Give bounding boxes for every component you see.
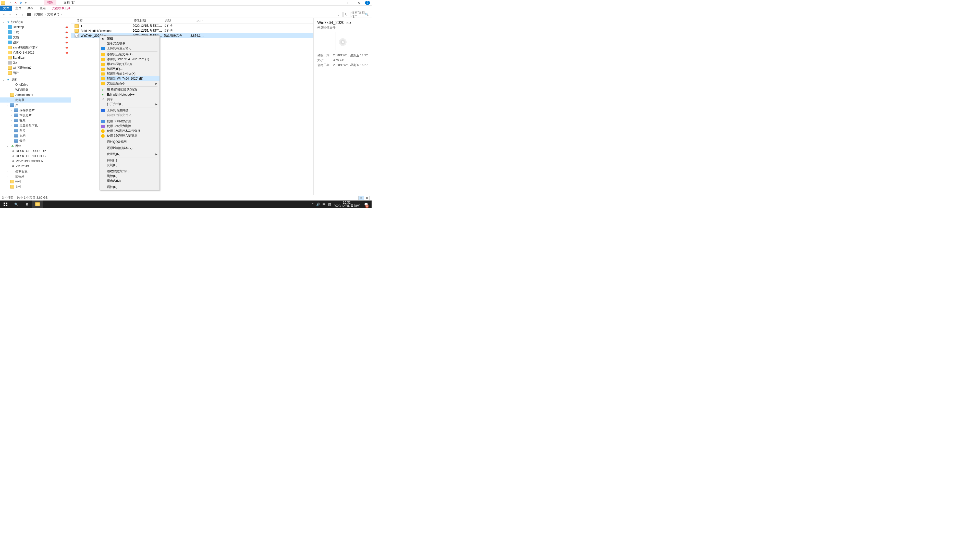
forward-button[interactable]: → [8, 12, 13, 17]
tree-item[interactable]: ›回收站 [0, 174, 71, 179]
tree-item[interactable]: 图片📌 [0, 40, 71, 45]
refresh-button[interactable]: ↻ [344, 12, 349, 17]
context-menu-item[interactable]: 使用 360解除占用 [100, 119, 159, 124]
qat-button[interactable]: ▪ [8, 1, 13, 5]
tree-item[interactable]: 🖥DESKTOP-LSSOEDP [0, 148, 71, 154]
up-button[interactable]: ↑ [20, 12, 25, 17]
action-center[interactable]: 💬3 [363, 200, 369, 208]
view-details-button[interactable]: ≡ [358, 196, 364, 200]
context-menu-item[interactable]: 其他压缩命令▶ [100, 81, 159, 86]
col-size[interactable]: 大小 [189, 18, 205, 23]
context-menu-item[interactable]: 通过QQ发送到 [100, 140, 159, 144]
tree-network[interactable]: ⌄🖧 网络 [0, 143, 71, 148]
tree-item[interactable]: win7重装win7 [0, 65, 71, 70]
ribbon-tab-share[interactable]: 共享 [24, 6, 37, 11]
context-menu-item[interactable]: 刻录光盘映像 [100, 41, 159, 46]
clock[interactable]: 16:32 2020/12/25, 星期五 [334, 201, 360, 208]
ribbon-tab-file[interactable]: 文件 [0, 6, 12, 11]
tree-item[interactable]: ›此电脑 [0, 97, 71, 103]
nav-tree[interactable]: ⌄★ 快速访问 Desktop📌下载📌文档📌图片📌excel表格制作求和📌YUN… [0, 18, 71, 195]
context-menu-item[interactable]: 重命名(M) [100, 179, 159, 183]
system-tray[interactable]: ˄ 🔊 中 ▤ 16:32 2020/12/25, 星期五 💬3 [310, 200, 372, 208]
context-menu-item[interactable]: 添加到 "Win7x64_2020.zip" (T) [100, 57, 159, 62]
col-type[interactable]: 类型 [163, 18, 189, 23]
qat-button[interactable]: ↻ [19, 1, 23, 5]
ribbon-tab-view[interactable]: 查看 [37, 6, 49, 11]
col-name[interactable]: 名称 [75, 18, 132, 23]
tree-item[interactable]: 文档📌 [0, 35, 71, 40]
recent-dropdown[interactable]: ▾ [14, 12, 19, 17]
context-menu-item[interactable]: 上传到百度网盘 [100, 108, 159, 113]
minimize-button[interactable]: — [333, 0, 344, 6]
help-button[interactable]: ? [365, 1, 370, 5]
ribbon-tab-home[interactable]: 主页 [12, 6, 24, 11]
tree-item[interactable]: 🖥ZMT2019 [0, 164, 71, 169]
context-menu-item[interactable]: 发送到(N)▶ [100, 152, 159, 157]
column-headers[interactable]: 名称 修改日期 类型 大小 [71, 18, 313, 24]
tree-item[interactable]: 🖥DESKTOP-NJEU3CG [0, 154, 71, 159]
tree-item[interactable]: 🖥PC-20190530OBLA [0, 159, 71, 164]
tree-quick-access[interactable]: ⌄★ 快速访问 [0, 19, 71, 24]
tree-item[interactable]: ›库 [0, 103, 71, 108]
tree-item[interactable]: 下载📌 [0, 30, 71, 35]
tree-item[interactable]: ›保存的图片 [0, 108, 71, 113]
qat-button[interactable]: ✕ [14, 1, 18, 5]
tree-item[interactable]: Desktop📌 [0, 24, 71, 30]
search-button[interactable]: 🔍 [11, 200, 21, 208]
file-row[interactable]: BaiduNetdiskDownload2020/12/25, 星期五 1...… [71, 28, 313, 33]
ribbon-tab-isotools[interactable]: 光盘映像工具 [49, 6, 73, 11]
context-menu-item[interactable]: 打开方式(H)▶ [100, 102, 159, 106]
tree-item[interactable]: Bandicam [0, 55, 71, 60]
tree-item[interactable]: YUNQISHI2019📌 [0, 50, 71, 55]
context-menu-item[interactable]: 使用 360强力删除 [100, 124, 159, 129]
context-menu-item[interactable]: 上传到有道云笔记 [100, 46, 159, 51]
crumb-dropdown[interactable]: ⌄ [336, 13, 341, 16]
start-button[interactable] [0, 200, 11, 208]
tree-item[interactable]: ›图片 [0, 128, 71, 133]
view-icons-button[interactable]: ▦ [364, 196, 369, 200]
context-menu-item[interactable]: 使用 360进行木马云查杀 [100, 129, 159, 133]
col-date[interactable]: 修改日期 [132, 18, 163, 23]
tree-desktop[interactable]: ⌄■ 桌面 [0, 77, 71, 82]
back-button[interactable]: ← [2, 12, 6, 17]
tray-icon[interactable]: ▤ [328, 203, 331, 206]
tree-item[interactable]: 图片 [0, 70, 71, 76]
context-menu-item[interactable]: 用360压缩打开(Q) [100, 62, 159, 67]
context-menu-item[interactable]: 添加到压缩文件(A)... [100, 52, 159, 57]
context-menu-item[interactable]: 创建快捷方式(S) [100, 169, 159, 174]
crumb[interactable]: 文档 (E:) [46, 12, 60, 17]
taskbar-explorer[interactable] [32, 200, 43, 208]
tray-overflow-icon[interactable]: ˄ [312, 203, 313, 206]
ime-indicator[interactable]: 中 [323, 202, 326, 206]
tree-item[interactable]: ›天翼云盘下载 [0, 123, 71, 128]
tree-item[interactable]: ›音乐 [0, 138, 71, 143]
context-menu-item[interactable]: ●Edit with Notepad++ [100, 92, 159, 97]
search-input[interactable]: 搜索"文档 (E:)" 🔍 [350, 12, 370, 17]
context-menu-item[interactable]: 解压到 Win7x64_2020\ (E) [100, 76, 159, 81]
volume-icon[interactable]: 🔊 [316, 203, 320, 206]
context-menu-item[interactable]: ●用 蜂蜜浏览器 浏览(3) [100, 87, 159, 92]
tree-item[interactable]: ›Administrator [0, 92, 71, 97]
context-menu-item[interactable]: 复制(C) [100, 163, 159, 168]
tree-item[interactable]: ›软件 [0, 179, 71, 184]
tree-item[interactable]: ›文件 [0, 184, 71, 189]
context-menu-item[interactable]: ◉装载 [100, 36, 159, 41]
context-menu-item[interactable]: 剪切(T) [100, 158, 159, 163]
tree-item[interactable]: excel表格制作求和📌 [0, 45, 71, 50]
context-menu-item[interactable]: 还原以前的版本(V) [100, 146, 159, 151]
close-button[interactable]: ✕ [354, 0, 364, 6]
tree-item[interactable]: ›本机照片 [0, 113, 71, 118]
file-row[interactable]: 12020/12/15, 星期二 1...文件夹 [71, 24, 313, 28]
taskview-button[interactable]: ⊞ [21, 200, 32, 208]
tree-item[interactable]: ›控制面板 [0, 169, 71, 174]
tree-item[interactable]: G:\ [0, 60, 71, 65]
context-menu-item[interactable]: 删除(D) [100, 174, 159, 179]
context-menu-item[interactable]: 属性(R) [100, 185, 159, 189]
maximize-button[interactable]: ▢ [344, 0, 354, 6]
context-menu-item[interactable]: 解压到当前文件夹(X) [100, 71, 159, 76]
tree-item[interactable]: ›WPS网盘 [0, 87, 71, 92]
tree-item[interactable]: ›视频 [0, 118, 71, 123]
breadcrumb[interactable]: › 此电脑 › 文档 (E:) › ⌄ [26, 12, 342, 17]
tree-item[interactable]: ›文档 [0, 133, 71, 138]
crumb[interactable]: 此电脑 [33, 12, 44, 17]
